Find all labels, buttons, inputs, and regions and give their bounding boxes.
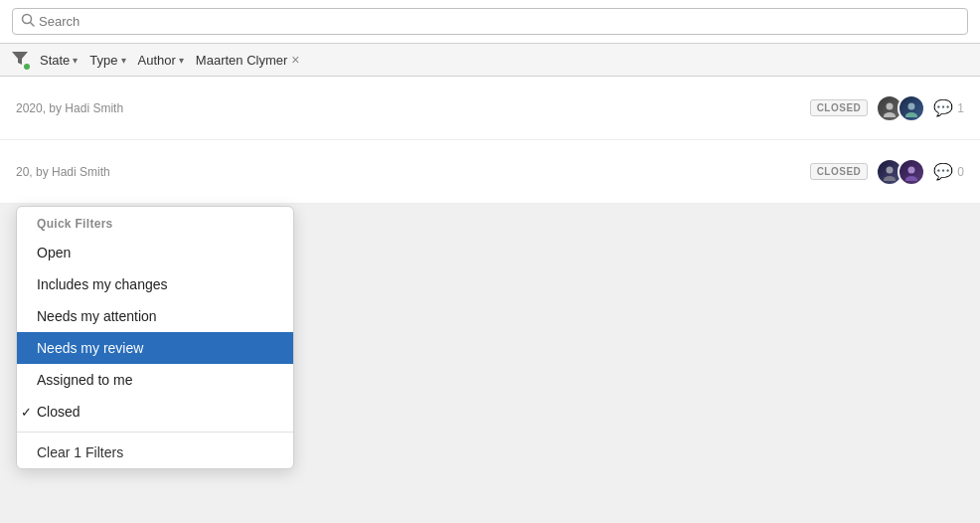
dropdown-item-label: Assigned to me (37, 372, 133, 388)
author-label: Author (138, 53, 176, 68)
dropdown-section-header: Quick Filters (17, 207, 293, 237)
svg-point-7 (887, 166, 894, 173)
dropdown-item-closed[interactable]: ✓ Closed (17, 396, 293, 428)
avatar (898, 94, 925, 122)
remove-filter-button[interactable]: × (291, 53, 299, 67)
author-chevron-icon: ▾ (179, 55, 184, 66)
search-input[interactable] (39, 14, 959, 29)
dropdown-divider (17, 432, 293, 433)
row-date: 20, by Hadi Smith (16, 165, 810, 179)
svg-point-3 (887, 102, 894, 109)
type-label: Type (89, 53, 117, 68)
main-content: 2020, by Hadi Smith CLOSED (0, 77, 980, 204)
state-chevron-icon: ▾ (73, 55, 78, 66)
dropdown-item-includes-my-changes[interactable]: Includes my changes (17, 268, 293, 300)
clear-filters-label: Clear 1 Filters (37, 444, 123, 460)
state-filter-button[interactable]: State ▾ (36, 51, 82, 70)
svg-point-10 (905, 176, 917, 181)
svg-point-6 (905, 112, 917, 117)
author-filter-button[interactable]: Author ▾ (134, 51, 188, 70)
filter-icon (12, 50, 28, 70)
status-badge: CLOSED (810, 99, 869, 116)
row-info: 2020, by Hadi Smith (16, 101, 810, 115)
active-filter-value: Maarten Clymer (196, 53, 287, 68)
avatar-group (876, 94, 925, 122)
comment-count: 💬 0 (933, 162, 964, 181)
row-right: CLOSED 💬 0 (810, 158, 964, 186)
row-date: 2020, by Hadi Smith (16, 101, 810, 115)
list-item[interactable]: 20, by Hadi Smith CLOSED (0, 140, 980, 204)
comment-number: 0 (957, 165, 964, 179)
state-label: State (40, 53, 70, 68)
avatar (898, 158, 925, 186)
active-filter-tag: Maarten Clymer × (192, 51, 304, 70)
status-badge: CLOSED (810, 163, 869, 180)
dropdown-item-label: Needs my attention (37, 308, 157, 324)
dropdown-item-assigned-to-me[interactable]: Assigned to me (17, 364, 293, 396)
dropdown-item-needs-my-review[interactable]: Needs my review (17, 332, 293, 364)
svg-point-9 (908, 166, 915, 173)
row-info: 20, by Hadi Smith (16, 165, 810, 179)
check-icon: ✓ (21, 405, 32, 420)
filter-active-dot (24, 64, 30, 70)
svg-point-8 (884, 176, 896, 181)
dropdown-item-label: Includes my changes (37, 276, 168, 292)
state-dropdown: Quick Filters Open Includes my changes N… (16, 206, 294, 469)
dropdown-item-label: Open (37, 245, 71, 261)
search-icon (21, 13, 35, 30)
dropdown-item-needs-my-attention[interactable]: Needs my attention (17, 300, 293, 332)
avatar-group (876, 158, 925, 186)
svg-line-1 (31, 23, 35, 27)
type-chevron-icon: ▾ (121, 55, 126, 66)
comment-icon: 💬 (933, 162, 953, 181)
filter-bar: State ▾ Type ▾ Author ▾ Maarten Clymer × (0, 44, 980, 77)
search-bar[interactable] (12, 8, 968, 35)
svg-point-4 (884, 112, 896, 117)
list-item[interactable]: 2020, by Hadi Smith CLOSED (0, 77, 980, 140)
comment-icon: 💬 (933, 98, 953, 117)
search-bar-container (0, 0, 980, 44)
dropdown-item-label: Closed (37, 404, 81, 420)
comment-number: 1 (957, 101, 964, 115)
comment-count: 💬 1 (933, 98, 964, 117)
row-right: CLOSED 💬 1 (810, 94, 964, 122)
dropdown-item-open[interactable]: Open (17, 237, 293, 268)
svg-point-5 (908, 102, 915, 109)
clear-filters-button[interactable]: Clear 1 Filters (17, 436, 293, 468)
type-filter-button[interactable]: Type ▾ (85, 51, 129, 70)
dropdown-item-label: Needs my review (37, 340, 143, 356)
